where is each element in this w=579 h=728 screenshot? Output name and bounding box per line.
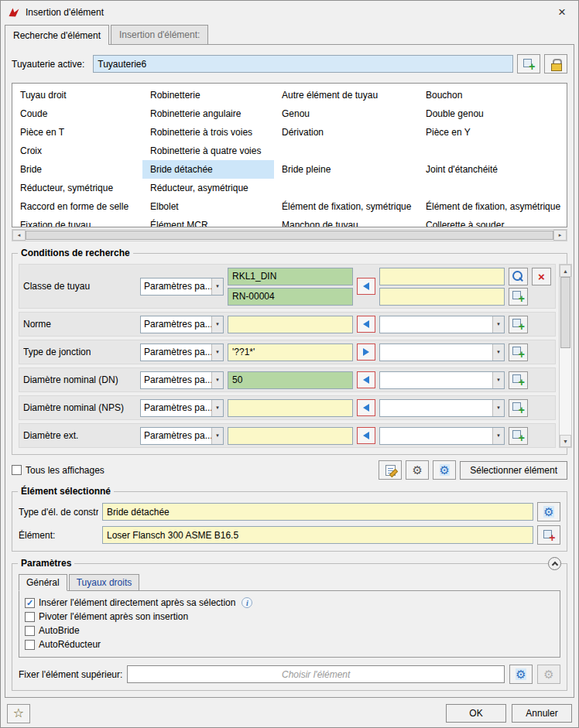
element-type-item[interactable]: Tuyau droit (12, 86, 142, 104)
condition-value-field[interactable] (228, 316, 353, 333)
checkbox-unchecked[interactable] (25, 640, 35, 650)
element-type-item[interactable]: Fixation de tuyau (12, 216, 142, 227)
scroll-right-icon[interactable]: ▸ (553, 230, 567, 241)
element-field[interactable]: Loser Flansch 300 ASME B16.5 (102, 526, 533, 544)
element-type-item[interactable]: Réducteur, symétrique (12, 179, 142, 197)
tab-tuyaux-droits[interactable]: Tuyaux droits (69, 574, 140, 591)
param-mode-dropdown[interactable]: Paramètres pa... ▼ (140, 427, 224, 445)
transfer-value-button[interactable] (357, 316, 375, 333)
element-type-item[interactable]: Bride détachée (142, 160, 274, 179)
lock-pipeline-button[interactable] (544, 54, 567, 73)
param-mode-dropdown[interactable]: Paramètres pa... ▼ (140, 399, 224, 417)
element-type-item[interactable]: Joint d'étanchéité (418, 160, 567, 179)
transfer-value-button[interactable] (357, 399, 375, 416)
element-type-item[interactable]: Robinetterie (142, 86, 274, 104)
element-type-item[interactable]: Bride (12, 160, 142, 179)
element-type-item[interactable]: Robinetterie angulaire (142, 104, 274, 123)
parameter-option[interactable]: Pivoter l'élément après son insertion (25, 610, 554, 624)
element-type-item[interactable]: Autre élément de tuyau (274, 86, 418, 104)
ok-button[interactable]: OK (446, 704, 506, 723)
add-condition-button[interactable] (509, 399, 528, 417)
checkbox-checked[interactable]: ✓ (25, 598, 35, 608)
scroll-left-icon[interactable]: ◂ (12, 230, 26, 241)
param-mode-dropdown[interactable]: Paramètres pa... ▼ (140, 278, 224, 296)
condition-value-field[interactable] (228, 399, 353, 417)
parameter-option[interactable]: ✓Insérer l'élément directement après sa … (25, 596, 554, 610)
collapse-group-button[interactable] (548, 557, 561, 570)
active-pipeline-field[interactable]: Tuyauterie6 (93, 55, 513, 73)
transfer-value-button[interactable] (357, 427, 375, 444)
parameter-option[interactable]: AutoRéducteur (25, 637, 554, 651)
vertical-scrollbar-thumb[interactable] (560, 277, 570, 348)
delete-condition-button[interactable]: × (532, 268, 551, 285)
element-type-item[interactable]: Bride pleine (274, 160, 418, 179)
transfer-value-button[interactable] (357, 371, 375, 388)
param-mode-dropdown[interactable]: Paramètres pa... ▼ (140, 371, 224, 389)
element-type-item[interactable]: Robinetterie à quatre voies (142, 142, 274, 160)
add-condition-button[interactable] (509, 288, 528, 306)
transfer-value-button[interactable] (357, 343, 375, 361)
superior-element-input[interactable] (127, 665, 505, 683)
construction-type-field[interactable]: Bride détachée (102, 503, 533, 521)
element-type-item[interactable]: Coude (12, 104, 142, 123)
new-pipeline-button[interactable] (517, 54, 540, 73)
checkbox-unchecked[interactable] (25, 626, 35, 636)
element-type-item[interactable]: Elbolet (142, 197, 274, 216)
element-type-item[interactable]: Croix (12, 142, 142, 160)
condition-combobox[interactable]: ▼ (379, 343, 505, 361)
condition-value-field[interactable]: 50 (228, 371, 353, 389)
element-type-item[interactable]: Genou (274, 104, 418, 123)
cancel-button[interactable]: Annuler (512, 704, 572, 723)
edit-search-mask-button[interactable] (379, 460, 402, 480)
settings-button-1[interactable]: ⚙ (406, 460, 429, 480)
transfer-value-button[interactable] (357, 278, 375, 295)
element-type-item[interactable]: Collerette à souder (418, 216, 567, 227)
element-type-item[interactable]: Pièce en T (12, 123, 142, 142)
element-type-item[interactable]: Dérivation (274, 123, 418, 142)
close-icon[interactable]: × (553, 4, 570, 21)
param-mode-dropdown[interactable]: Paramètres pa... ▼ (140, 316, 224, 333)
add-element-button[interactable] (537, 525, 560, 545)
settings-button-2[interactable]: ⚙ (433, 460, 456, 480)
parameter-option[interactable]: AutoBride (25, 624, 554, 637)
condition-filter-field[interactable] (379, 268, 505, 285)
element-type-item[interactable]: Pièce en Y (418, 123, 567, 142)
favorites-button[interactable]: ☆ (7, 704, 30, 723)
horizontal-scrollbar-thumb[interactable] (26, 231, 553, 240)
browse-pipe-class-button[interactable] (509, 268, 528, 285)
condition-combobox[interactable]: ▼ (379, 427, 505, 445)
element-type-item[interactable]: Raccord en forme de selle (12, 197, 142, 216)
element-type-item[interactable]: Élément MCR (142, 216, 274, 227)
condition-combobox[interactable]: ▼ (379, 399, 505, 417)
add-condition-button[interactable] (509, 371, 528, 389)
all-views-checkbox[interactable] (12, 465, 22, 475)
tab-recherche-element[interactable]: Recherche d'élément (5, 25, 109, 45)
scroll-up-icon[interactable]: ▲ (560, 265, 571, 277)
choose-superior-button[interactable]: ⚙ (509, 665, 533, 684)
param-mode-dropdown[interactable]: Paramètres pa... ▼ (140, 343, 224, 361)
element-type-item[interactable]: Élément de fixation, symétrique (274, 197, 418, 216)
tab-insertion-element[interactable]: Insertion d'élément: (111, 25, 208, 44)
select-element-button[interactable]: Sélectionner élément (460, 461, 567, 480)
add-condition-button[interactable] (509, 427, 528, 445)
element-type-item[interactable]: Manchon de tuyau (274, 216, 418, 227)
condition-combobox[interactable]: ▼ (379, 316, 505, 333)
element-type-item[interactable]: Élément de fixation, asymétrique (418, 197, 567, 216)
condition-value-field[interactable] (228, 427, 353, 445)
pipe-class-value-field-2[interactable]: RN-00004 (228, 288, 353, 306)
add-condition-button[interactable] (509, 316, 528, 333)
scroll-down-icon[interactable]: ▼ (560, 435, 571, 447)
pipe-class-value-field-1[interactable]: RKL1_DIN (228, 268, 353, 285)
element-type-item[interactable]: Robinetterie à trois voies (142, 123, 274, 142)
element-type-item[interactable]: Bouchon (418, 86, 567, 104)
add-condition-button[interactable] (509, 343, 528, 361)
condition-combobox[interactable]: ▼ (379, 371, 505, 389)
change-type-button[interactable]: ⚙ (537, 502, 560, 521)
condition-value-field[interactable]: '??1*' (228, 343, 353, 361)
tab-general[interactable]: Général (19, 574, 67, 591)
horizontal-scrollbar[interactable]: ◂ ▸ (12, 229, 567, 241)
checkbox-unchecked[interactable] (25, 612, 35, 622)
condition-filter-field[interactable] (379, 288, 505, 306)
element-type-item[interactable]: Réducteur, asymétrique (142, 179, 274, 197)
vertical-scrollbar[interactable]: ▲ ▼ (559, 264, 572, 448)
